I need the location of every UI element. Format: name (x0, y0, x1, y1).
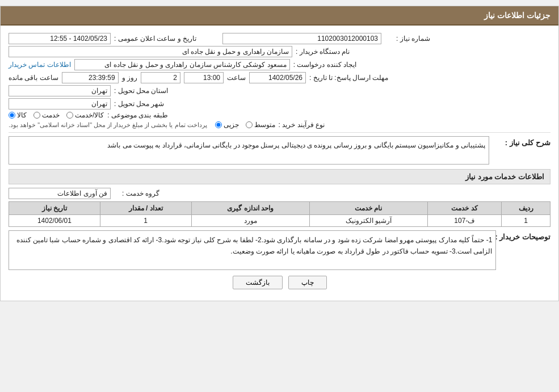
notes-row: توصیحات خریدار : 1- حتماً کلیه مدارک پیو… (9, 230, 550, 270)
cell-quantity: 1 (100, 215, 191, 227)
category-label: طبقه بندی موضوعی : (107, 111, 167, 119)
category-row: طبقه بندی موضوعی : کالا/خدمت خدمت کالا (9, 111, 550, 119)
cell-date: 1402/06/01 (9, 215, 100, 227)
col-name: نام خدمت (309, 202, 427, 215)
announce-date-label: تاریخ و ساعت اعلان عمومی : (114, 35, 196, 43)
purchase-type-label: نوع فرآیند خرید : (279, 121, 325, 129)
deadline-date: 1402/05/26 (249, 72, 306, 83)
purchase-motavaset-item[interactable]: متوسط (246, 121, 275, 129)
col-code: کد خدمت (427, 202, 502, 215)
purchase-jozei-radio[interactable] (215, 121, 222, 128)
buyer-org-value: سازمان راهداری و حمل و نقل جاده ای (9, 46, 292, 57)
buyer-org-row: نام دستگاه خریدار : سازمان راهداری و حمل… (9, 46, 550, 57)
nazm-row: شرح کلی نیاز : پشتیبانی و مکانیزاسیون سی… (9, 136, 550, 165)
nazm-value: پشتیبانی و مکانیزاسیون سیستم بایگانی و ب… (9, 136, 489, 165)
category-khadamat-label: خدمت (42, 111, 60, 119)
notes-label: توصیحات خریدار : (501, 230, 550, 241)
creator-value: مسعود کوشکی کارشناس سازمان راهداری و حمل… (74, 59, 290, 70)
cell-code: ف-107 (427, 215, 502, 227)
province-value: تهران (9, 85, 111, 96)
table-row: 1ف-107آرشیو الکترونیکمورد11402/06/01 (9, 215, 550, 227)
nazm-label: شرح کلی نیاز : (494, 136, 550, 147)
deadline-time: 13:00 (184, 72, 224, 83)
creator-row: ایجاد کننده درخواست : مسعود کوشکی کارشنا… (9, 59, 550, 70)
time-label: ساعت (227, 74, 246, 82)
buyer-org-label: نام دستگاه خریدار : (296, 48, 350, 56)
category-kala-khadamat-label: کالا/خدمت (75, 111, 104, 119)
services-table: ردیف کد خدمت نام خدمت واحد اندازه گیری ت… (9, 201, 550, 227)
col-unit: واحد اندازه گیری (191, 202, 309, 215)
category-khadamat-item[interactable]: خدمت (33, 111, 60, 119)
contact-link[interactable]: اطلاعات تماس خریدار (9, 61, 71, 69)
print-button[interactable]: چاپ (288, 276, 327, 289)
button-row: چاپ بازگشت (9, 276, 550, 289)
notes-value: 1- حتماً کلیه مدارک پیوستی مهرو امضا شرک… (9, 230, 496, 270)
category-kala-item[interactable]: کالا (9, 111, 27, 119)
group-label: گروه خدمت : (114, 189, 159, 197)
purchase-type-row: نوع فرآیند خرید : متوسط جزیی پرداخت تمام… (9, 121, 550, 129)
purchase-note: پرداخت تمام یا بخشی از مبلغ خریدار از مح… (9, 121, 207, 129)
purchase-motavaset-radio[interactable] (246, 121, 253, 128)
cell-name: آرشیو الکترونیک (309, 215, 427, 227)
page-title: جزئیات اطلاعات نیاز (484, 11, 550, 20)
category-khadamat-radio[interactable] (33, 112, 40, 119)
announce-date-value: 1402/05/23 - 12:55 (9, 33, 111, 44)
page-wrapper: جزئیات اطلاعات نیاز شماره نیاز : 1102003… (0, 6, 559, 301)
niyaz-number-row: شماره نیاز : 1102003012000103 تاریخ و سا… (9, 33, 550, 44)
niyaz-number-value: 1102003012000103 (222, 33, 381, 44)
province-row: استان محل تحویل : تهران (9, 85, 550, 96)
deadline-days: 2 (141, 72, 180, 83)
purchase-radio-group: متوسط جزیی (215, 121, 275, 129)
col-quantity: تعداد / مقدار (100, 202, 191, 215)
separator-1 (9, 132, 550, 133)
content-area: شماره نیاز : 1102003012000103 تاریخ و سا… (1, 26, 558, 301)
group-value: فن آوری اطلاعات (9, 188, 111, 199)
category-kala-label: کالا (17, 111, 27, 119)
category-kala-khadamat-item[interactable]: کالا/خدمت (66, 111, 104, 119)
cell-unit: مورد (191, 215, 309, 227)
hours-label: ساعت باقی مانده (9, 74, 58, 82)
creator-label: ایجاد کننده درخواست : (293, 61, 356, 69)
deadline-remaining: 23:39:59 (62, 72, 119, 83)
city-row: شهر محل تحویل : تهران (9, 98, 550, 109)
city-label: شهر محل تحویل : (114, 100, 164, 108)
deadline-label: مهلت ارسال پاسخ: تا تاریخ : (309, 74, 388, 82)
category-kala-khadamat-radio[interactable] (66, 112, 73, 119)
purchase-motavaset-label: متوسط (254, 121, 275, 129)
purchase-jozei-label: جزیی (224, 121, 239, 129)
back-button[interactable]: بازگشت (233, 276, 283, 289)
group-row: گروه خدمت : فن آوری اطلاعات (9, 188, 550, 199)
col-date: تاریخ نیاز (9, 202, 100, 215)
services-section-title: اطلاعات خدمات مورد نیاز (9, 169, 550, 184)
cell-radif: 1 (502, 215, 550, 227)
deadline-row: مهلت ارسال پاسخ: تا تاریخ : 1402/05/26 س… (9, 72, 550, 83)
purchase-jozei-item[interactable]: جزیی (215, 121, 239, 129)
city-value: تهران (9, 98, 111, 109)
niyaz-number-label: شماره نیاز : (385, 35, 430, 43)
category-radio-group: کالا/خدمت خدمت کالا (9, 111, 104, 119)
province-label: استان محل تحویل : (114, 87, 168, 95)
col-radif: ردیف (502, 202, 550, 215)
page-header: جزئیات اطلاعات نیاز (1, 6, 558, 26)
category-kala-radio[interactable] (9, 112, 15, 119)
days-label: روز و (122, 74, 137, 82)
